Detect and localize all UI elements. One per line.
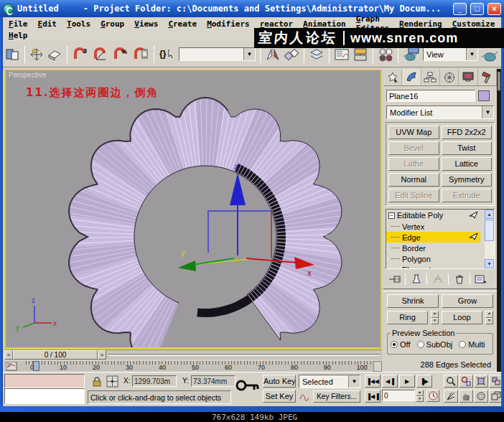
set-key-button[interactable]: Set Key	[263, 390, 296, 403]
stack-row-polygon[interactable]: Polygon	[386, 253, 480, 264]
mini-curve-editor-icon[interactable]	[6, 362, 17, 372]
modifier-button-bevel[interactable]: Bevel	[388, 141, 439, 155]
x-coordinate-field[interactable]	[132, 375, 177, 387]
menu-item-create[interactable]: Create	[168, 19, 197, 29]
set-keys-key-icon[interactable]	[235, 378, 260, 398]
make-unique-icon[interactable]	[431, 273, 444, 286]
zoom-icon[interactable]	[444, 375, 458, 388]
radio-subobj[interactable]: SubObj	[417, 340, 453, 349]
menu-item-tools[interactable]: Tools	[67, 19, 90, 29]
spin-up-icon[interactable]: ▲	[431, 311, 439, 318]
spin-up-icon[interactable]: ▲	[485, 311, 493, 318]
viewport-3d-model[interactable]: z y x z x y	[6, 70, 381, 347]
menu-item-file[interactable]: File	[9, 19, 28, 29]
selection-lock-icon[interactable]	[92, 376, 102, 388]
modifier-button-extrude[interactable]: Extrude	[442, 189, 493, 202]
perspective-viewport[interactable]: Perspective 11.选择这两圈边，倒角 z y x	[4, 69, 382, 349]
chevron-down-icon[interactable]: ▼	[348, 375, 360, 388]
time-slider-handle[interactable]: 0 / 100	[13, 350, 98, 360]
chevron-down-icon[interactable]: ▼	[466, 48, 477, 60]
selection-set-dropdown[interactable]: Selected ▼	[299, 375, 360, 388]
expand-collapse-icon[interactable]: −	[388, 212, 395, 219]
stack-row-vertex[interactable]: Vertex	[386, 221, 480, 232]
pan-hand-icon[interactable]	[459, 390, 473, 403]
menu-item-help[interactable]: Help	[9, 31, 28, 40]
menu-item-group[interactable]: Group	[101, 19, 124, 29]
current-frame-field[interactable]	[382, 390, 415, 401]
spin-down-icon[interactable]: ▼	[416, 396, 424, 403]
scroll-up-icon[interactable]: ▲	[485, 210, 494, 219]
material-editor-icon[interactable]	[378, 46, 393, 63]
align-icon[interactable]	[284, 46, 299, 63]
field-of-view-icon[interactable]	[444, 390, 458, 403]
modifier-button-twist[interactable]: Twist	[442, 141, 493, 155]
auto-key-button[interactable]: Auto Key	[263, 375, 296, 388]
y-coordinate-field[interactable]	[191, 375, 235, 387]
menu-item-views[interactable]: Views	[134, 19, 158, 29]
stack-row-edge[interactable]: Edge	[386, 232, 480, 243]
loop-button[interactable]: Loop	[442, 311, 482, 324]
time-prev-icon[interactable]: <	[4, 350, 13, 360]
mirror-icon[interactable]	[265, 46, 281, 63]
menu-item-animation[interactable]: Animation	[303, 19, 346, 29]
menu-item-rendering[interactable]: Rendering	[399, 19, 442, 29]
key-curve-icon[interactable]	[299, 390, 310, 403]
layer-manager-icon[interactable]	[309, 46, 325, 63]
loop-spinner[interactable]: ▲▼	[485, 311, 493, 324]
modifier-button-normal[interactable]: Normal	[388, 173, 439, 187]
time-configuration-icon[interactable]	[426, 390, 439, 402]
arc-rotate-icon[interactable]	[474, 390, 488, 403]
minimize-button[interactable]: _	[453, 3, 467, 15]
print-size-icon[interactable]	[47, 46, 62, 63]
grow-button[interactable]: Grow	[442, 294, 493, 308]
chevron-down-icon[interactable]: ▼	[243, 48, 255, 60]
scrollbar-track[interactable]	[485, 242, 494, 259]
shrink-button[interactable]: Shrink	[387, 294, 439, 308]
modifier-button-ffd2x2x2[interactable]: FFD 2x2x2	[442, 126, 493, 139]
snap-toggle-3d-icon[interactable]: 3	[72, 46, 89, 63]
spin-down-icon[interactable]: ▼	[485, 318, 493, 325]
key-mode-toggle-icon[interactable]: ▐◀▐	[365, 390, 381, 403]
scroll-down-icon[interactable]: ▼	[485, 259, 494, 268]
show-end-result-icon[interactable]	[409, 273, 423, 286]
stack-scrollbar[interactable]: ▲ ▼	[485, 210, 494, 268]
render-setup-icon[interactable]	[403, 46, 420, 63]
menu-item-modifiers[interactable]: Modifiers	[207, 19, 250, 29]
viewport-label[interactable]: Perspective	[9, 71, 46, 79]
tab-modify[interactable]	[402, 69, 421, 85]
object-color-swatch[interactable]	[478, 90, 490, 101]
percent-snap-icon[interactable]: %	[112, 46, 129, 63]
named-selection-sets-icon[interactable]: {}	[159, 46, 176, 63]
scrollbar-thumb[interactable]	[485, 220, 494, 241]
key-filters-button[interactable]: Key Filters...	[313, 390, 360, 403]
ring-button[interactable]: Ring	[387, 311, 428, 324]
scrollbar-thumb[interactable]	[498, 72, 500, 90]
modifier-button-lathe[interactable]: Lathe	[388, 157, 439, 171]
chevron-down-icon[interactable]: ▼	[482, 106, 493, 118]
maximize-button[interactable]: □	[470, 3, 484, 15]
menu-item-reactor[interactable]: reactor	[260, 19, 293, 29]
spin-down-icon[interactable]: ▼	[431, 318, 439, 325]
modifier-button-lattice[interactable]: Lattice	[442, 157, 493, 171]
absolute-mode-icon[interactable]	[106, 375, 118, 389]
menu-item-customize[interactable]: Customize	[452, 19, 495, 29]
play-icon[interactable]: ▶	[399, 375, 415, 388]
modifier-button-uvw-map[interactable]: UVW Map	[388, 126, 439, 139]
menu-item-edit[interactable]: Edit	[38, 19, 57, 29]
previous-frame-icon[interactable]: ◀▐	[382, 375, 398, 388]
curve-editor-icon[interactable]	[334, 46, 350, 63]
modifier-list-dropdown[interactable]: Modifier List ▼	[386, 106, 494, 119]
stack-row-element[interactable]: Element	[386, 264, 480, 269]
layer-window-icon[interactable]	[6, 46, 20, 63]
render-icon[interactable]	[481, 46, 498, 63]
trackbar-end-box[interactable]	[373, 361, 382, 372]
maxscript-listener-pink[interactable]	[4, 374, 85, 388]
tab-motion[interactable]	[440, 69, 459, 85]
time-slider-groove[interactable]	[108, 354, 380, 356]
tab-utilities[interactable]	[478, 69, 497, 85]
angle-snap-icon[interactable]	[92, 46, 109, 63]
maxscript-listener-white[interactable]	[4, 388, 85, 404]
stack-row-editable-poly[interactable]: − Editable Poly	[386, 210, 480, 221]
stack-row-border[interactable]: Border	[386, 243, 480, 253]
pin-stack-icon[interactable]	[388, 273, 401, 286]
